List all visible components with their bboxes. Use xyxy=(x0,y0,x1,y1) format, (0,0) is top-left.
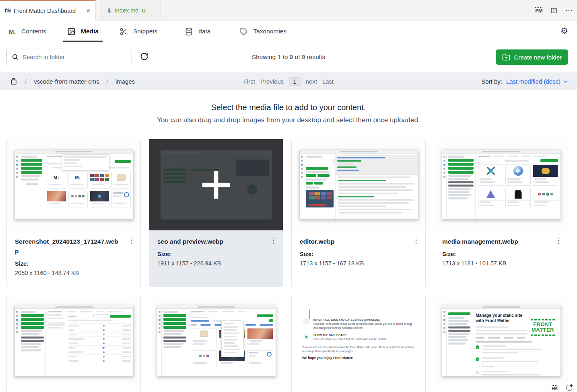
breadcrumb-segment-project[interactable]: vscode-front-matter-cms xyxy=(34,78,99,85)
tab-front-matter-dashboard[interactable]: FM Front Matter Dashboard ✕ xyxy=(0,0,96,21)
media-grid: M↓ M↓ Screenshot_20240123_171247.webp ⋮ … xyxy=(6,139,568,392)
kebab-menu-icon[interactable]: ⋮ xyxy=(412,237,420,244)
size-value: 1911 x 1157 - 226.94 KB xyxy=(157,260,276,267)
onboarding-step2-body: Once all actions are completed, the dash… xyxy=(313,337,414,341)
scissors-icon xyxy=(120,27,128,36)
tab-media[interactable]: Media xyxy=(58,21,107,42)
step-circle-icon xyxy=(303,318,309,324)
image-icon xyxy=(67,27,76,36)
database-icon xyxy=(185,27,193,36)
settings-gear-icon[interactable]: ⚙ xyxy=(561,27,568,35)
media-card[interactable]: IMPORT ALL TAGS AND CATEGORIES (OPTIONAL… xyxy=(291,295,426,392)
welcome-heading: Manage your static site with Front Matte… xyxy=(476,313,524,323)
tab-data[interactable]: data xyxy=(176,21,219,42)
close-icon[interactable]: ✕ xyxy=(86,8,91,14)
tab-index-md[interactable]: ⬇ index.md U xyxy=(101,0,161,21)
media-card[interactable]: editor.webp ⋮ Size: 1713 x 1157 - 167.18… xyxy=(291,139,426,287)
media-card[interactable]: Manage your static site with Front Matte… xyxy=(434,295,568,392)
media-card-footer: media management.webp ⋮ Size: 1713 x 118… xyxy=(434,230,568,267)
nav-label: Taxonomies xyxy=(253,28,286,35)
breadcrumb-bar: / vscode-front-matter-cms / images First… xyxy=(0,72,577,90)
thumbnail-onboarding-doc[interactable]: IMPORT ALL TAGS AND CATEGORIES (OPTIONAL… xyxy=(292,295,425,386)
thumbnail-dashboard-screenshot[interactable]: M↓ M↓ xyxy=(7,139,140,230)
media-file-name: media management.webp xyxy=(442,237,548,246)
media-file-name: Screenshot_20240123_171247.webp xyxy=(15,237,120,256)
step-done-circle-icon xyxy=(303,334,309,340)
chevron-down-icon xyxy=(563,79,568,84)
breadcrumb-segment-images[interactable]: images xyxy=(115,78,135,85)
mini-window: Manage your static site with Front Matte… xyxy=(442,305,561,376)
mini-window: qb xyxy=(442,150,561,220)
more-actions-icon[interactable]: ⋯ xyxy=(565,6,573,15)
front-matter-logo: FRONT MATTER xyxy=(531,319,555,336)
size-label: Size: xyxy=(157,251,276,257)
page-title: Select the media file to add to your con… xyxy=(0,103,577,112)
tab-title: index.md xyxy=(115,7,139,14)
front-matter-statusbar-icon[interactable]: FM xyxy=(552,385,557,391)
front-matter-panel-icon[interactable]: FM xyxy=(535,7,542,14)
sort-dropdown[interactable]: Last modified (desc) xyxy=(506,78,568,85)
sort-value-text: Last modified (desc) xyxy=(506,78,561,85)
tag-icon xyxy=(239,27,248,36)
media-card-footer: seo and preview.webp ⋮ Size: 1911 x 1157… xyxy=(149,230,283,267)
kebab-menu-icon[interactable]: ⋮ xyxy=(270,237,277,244)
pagination-current-page[interactable]: 1 xyxy=(289,77,300,86)
size-label: Size: xyxy=(300,251,418,257)
onboarding-step1-title: IMPORT ALL TAGS AND CATEGORIES (OPTIONAL… xyxy=(313,318,414,321)
create-folder-label: Create new folder xyxy=(514,54,562,61)
tab-snippets[interactable]: Snippets xyxy=(111,21,166,42)
thumbnail-seo-preview[interactable] xyxy=(149,139,283,230)
folder-plus-icon xyxy=(502,53,510,61)
markdown-file-icon: ⬇ xyxy=(107,8,112,14)
thumbnail-media-management[interactable]: qb xyxy=(434,139,568,230)
mini-window xyxy=(14,305,134,376)
breadcrumb-separator: / xyxy=(107,78,108,85)
kebab-menu-icon[interactable]: ⋮ xyxy=(555,237,562,244)
git-untracked-badge: U xyxy=(142,8,145,14)
size-value: 1713 x 1157 - 167.18 KB xyxy=(300,260,418,267)
media-card[interactable] xyxy=(6,295,141,392)
create-new-folder-button[interactable]: Create new folder xyxy=(496,49,568,65)
media-file-name: editor.webp xyxy=(300,237,405,246)
tab-taxonomies[interactable]: Taxonomies xyxy=(231,21,295,42)
thumbnail-taxonomies-screenshot[interactable] xyxy=(7,295,140,386)
feedback-icon[interactable] xyxy=(566,385,572,391)
size-value: 1713 x 1181 - 101.57 KB xyxy=(442,260,561,267)
root-folder-icon[interactable] xyxy=(10,77,18,85)
pagination-first[interactable]: First xyxy=(243,78,255,85)
pagination-next[interactable]: next xyxy=(306,78,317,85)
media-file-name: seo and preview.webp xyxy=(157,237,263,246)
size-label: Size: xyxy=(442,251,561,257)
media-card[interactable] xyxy=(149,295,283,392)
tab-contents[interactable]: M↓ Contents xyxy=(0,21,55,42)
nav-label: Snippets xyxy=(133,28,157,35)
split-editor-icon[interactable] xyxy=(550,7,557,14)
dashboard-nav: M↓ Contents Media Snippets data Taxonomi… xyxy=(0,21,577,42)
editor-tab-bar: FM Front Matter Dashboard ✕ ⬇ index.md U… xyxy=(0,0,577,21)
editor-actions: FM ⋯ xyxy=(535,0,573,21)
onboarding-step2-title: SHOW THE DASHBOARD xyxy=(313,334,414,337)
onboarding-paragraph: You can also use the extension from the … xyxy=(302,345,415,354)
pagination-last[interactable]: Last xyxy=(322,78,334,85)
media-card[interactable]: seo and preview.webp ⋮ Size: 1911 x 1157… xyxy=(149,139,283,287)
thumbnail-contents-screenshot[interactable] xyxy=(149,295,283,386)
sort-control: Sort by: Last modified (desc) xyxy=(481,72,568,90)
mini-window: M↓ M↓ xyxy=(14,150,134,220)
kebab-menu-icon[interactable]: ⋮ xyxy=(128,237,135,244)
media-card[interactable]: M↓ M↓ Screenshot_20240123_171247.webp ⋮ … xyxy=(6,139,141,287)
pagination: First Previous 1 next Last xyxy=(243,72,334,90)
media-card-footer: Screenshot_20240123_171247.webp ⋮ Size: … xyxy=(7,230,140,276)
page-subtitle: You can also drag and drop images from y… xyxy=(0,116,577,124)
sort-label: Sort by: xyxy=(481,78,502,85)
nav-label: Media xyxy=(81,28,99,35)
thumbnail-welcome-screenshot[interactable]: Manage your static site with Front Matte… xyxy=(434,295,568,386)
thumbnail-editor-screenshot[interactable] xyxy=(292,139,425,230)
nav-label: data xyxy=(198,28,210,35)
media-card[interactable]: qb media management.webp ⋮ Size: 1713 x … xyxy=(434,139,568,287)
media-card-footer: editor.webp ⋮ Size: 1713 x 1157 - 167.18… xyxy=(292,230,425,267)
front-matter-icon: FM xyxy=(5,8,10,14)
onboarding-step1-body: Now that Front Matter knows all the cont… xyxy=(313,322,414,330)
add-media-plus-icon xyxy=(149,139,283,230)
pagination-previous[interactable]: Previous xyxy=(260,78,284,85)
size-value: 2050 x 1160 - 148.74 KB xyxy=(15,270,133,276)
